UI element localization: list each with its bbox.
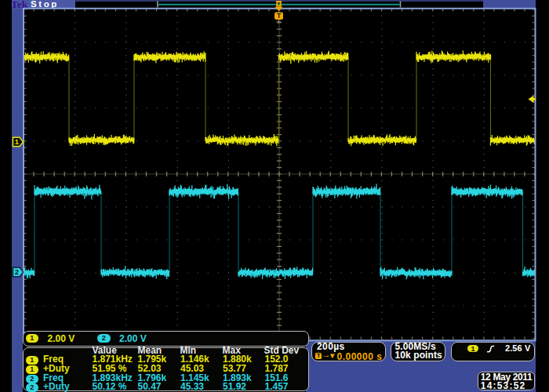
svg-text:2: 2 [15,267,19,276]
svg-text:T: T [277,12,282,20]
svg-text:1: 1 [15,137,20,146]
